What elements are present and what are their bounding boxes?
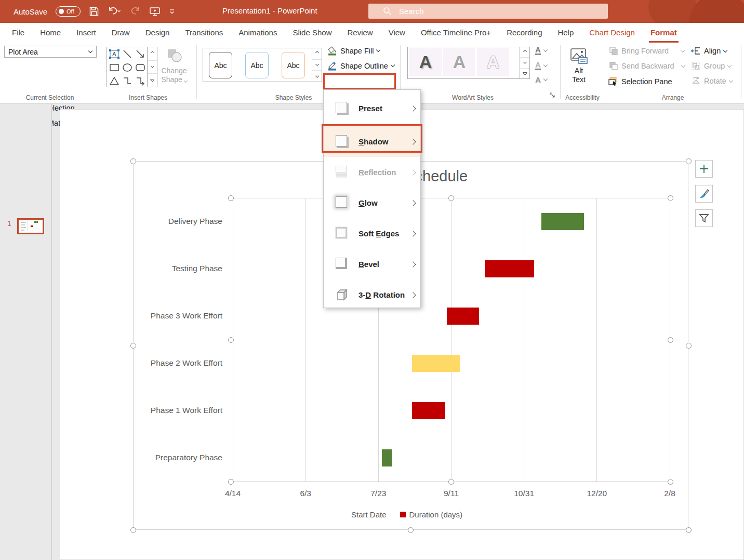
shape-style-preset-1[interactable]: Abc xyxy=(209,52,232,78)
selection-handle[interactable] xyxy=(130,158,136,164)
shape-outline-button[interactable]: Shape Outline xyxy=(327,61,394,71)
chart-legend[interactable]: Start Date Duration (days) xyxy=(351,510,462,519)
tab-format[interactable]: Format xyxy=(643,23,685,43)
tab-animations[interactable]: Animations xyxy=(231,23,285,43)
gantt-bar[interactable] xyxy=(485,260,534,277)
tab-design[interactable]: Design xyxy=(138,23,178,43)
wordart-scroll-down-button[interactable] xyxy=(520,58,529,68)
legend-item-start-date: Start Date xyxy=(351,510,387,519)
menu-item-glow[interactable]: Glow xyxy=(324,188,420,218)
tab-slide-show[interactable]: Slide Show xyxy=(285,23,339,43)
shape-outline-icon xyxy=(327,61,337,71)
save-icon[interactable] xyxy=(89,6,99,17)
shapes-more-button[interactable] xyxy=(148,74,157,87)
tab-transitions[interactable]: Transitions xyxy=(177,23,231,43)
text-effects-button[interactable]: A xyxy=(535,76,547,84)
shape-style-preset-2[interactable]: Abc xyxy=(245,52,269,78)
selection-handle[interactable] xyxy=(448,479,454,485)
selection-handle[interactable] xyxy=(668,337,673,343)
shape-fill-button[interactable]: Shape Fill xyxy=(327,46,380,56)
tab-file[interactable]: File xyxy=(4,23,32,43)
wordart-preset-1[interactable]: A xyxy=(409,48,442,76)
shape-style-preset-3[interactable]: Abc xyxy=(282,52,305,78)
tab-chart-design[interactable]: Chart Design xyxy=(581,23,643,43)
undo-button[interactable] xyxy=(108,6,121,17)
elbow-connector-shape-icon[interactable] xyxy=(122,75,133,87)
tab-review[interactable]: Review xyxy=(339,23,380,43)
search-placeholder: Search xyxy=(399,7,424,16)
selection-handle[interactable] xyxy=(668,479,673,485)
gantt-bar[interactable] xyxy=(382,449,391,466)
send-backward-label: Send Backward xyxy=(621,62,674,70)
rounded-rectangle-shape-icon[interactable] xyxy=(135,62,146,73)
wordart-more-button[interactable] xyxy=(520,69,529,78)
shape-styles-more-button[interactable] xyxy=(312,71,322,82)
paintbrush-icon xyxy=(698,188,710,199)
tab-draw[interactable]: Draw xyxy=(104,23,138,43)
gantt-bar[interactable] xyxy=(412,402,445,419)
selection-handle[interactable] xyxy=(228,337,234,343)
tab-recording[interactable]: Recording xyxy=(499,23,550,43)
menu-item-preset[interactable]: Preset xyxy=(324,93,420,124)
gantt-bar[interactable] xyxy=(447,308,479,325)
gantt-bar[interactable] xyxy=(541,213,583,230)
selection-handle[interactable] xyxy=(686,527,692,533)
elbow-arrow-connector-shape-icon[interactable] xyxy=(135,75,146,87)
chart-element-selector[interactable]: Plot Area xyxy=(4,46,97,58)
alt-text-button[interactable]: Alt Text xyxy=(562,48,595,84)
selection-handle[interactable] xyxy=(130,343,136,349)
preset-icon xyxy=(335,101,349,115)
tab-insert[interactable]: Insert xyxy=(69,23,104,43)
chevron-down-icon xyxy=(723,48,727,52)
gantt-bar[interactable] xyxy=(412,355,460,372)
chart-filters-button[interactable] xyxy=(695,209,713,227)
wordart-preset-3[interactable]: A xyxy=(477,48,509,76)
rectangle-shape-icon[interactable] xyxy=(109,62,120,73)
triangle-shape-icon[interactable] xyxy=(109,75,120,87)
selection-handle[interactable] xyxy=(686,158,692,164)
align-button[interactable]: Align xyxy=(691,46,727,56)
menu-item-bevel[interactable]: Bevel xyxy=(324,249,420,279)
wordart-scroll-up-button[interactable] xyxy=(520,47,529,58)
search-box[interactable]: Search xyxy=(368,4,608,19)
shapes-gallery[interactable]: A xyxy=(107,47,157,87)
wordart-dialog-launcher-icon[interactable] xyxy=(550,92,555,98)
tab-office-timeline-pro[interactable]: Office Timeline Pro+ xyxy=(413,23,499,43)
chart-styles-button[interactable] xyxy=(695,185,713,203)
line-shape-icon[interactable] xyxy=(122,48,133,60)
selection-handle[interactable] xyxy=(228,195,234,201)
wordart-preset-2[interactable]: A xyxy=(443,48,475,76)
text-fill-button[interactable]: A xyxy=(535,46,547,55)
selection-pane-button[interactable]: Selection Pane xyxy=(608,76,672,86)
slide-thumbnail[interactable] xyxy=(17,218,44,234)
shape-styles-scroll-down-button[interactable] xyxy=(312,60,322,71)
shapes-scroll-down-button[interactable] xyxy=(148,61,157,74)
menu-item-shadow[interactable]: Shadow xyxy=(324,126,420,157)
tab-home[interactable]: Home xyxy=(32,23,69,43)
start-slideshow-icon[interactable] xyxy=(149,6,161,17)
group-label-current-selection: Current Selection xyxy=(0,94,100,101)
autosave-toggle[interactable]: Off xyxy=(56,6,81,17)
text-outline-button[interactable]: A xyxy=(535,61,547,70)
selection-handle[interactable] xyxy=(228,479,234,485)
tab-view[interactable]: View xyxy=(381,23,413,43)
chart-elements-button[interactable] xyxy=(695,160,713,178)
oval-shape-icon[interactable] xyxy=(122,62,133,73)
slide-number: 1 xyxy=(7,219,11,228)
group-separator xyxy=(741,45,741,99)
shapes-scroll-up-button[interactable] xyxy=(148,47,157,61)
shape-styles-scroll-up-button[interactable] xyxy=(312,48,322,60)
menu-separator xyxy=(328,125,416,125)
selection-handle[interactable] xyxy=(130,527,136,533)
selection-handle[interactable] xyxy=(448,195,454,201)
tab-help[interactable]: Help xyxy=(550,23,582,43)
customize-qat-chevron-icon[interactable] xyxy=(169,8,175,15)
selection-handle[interactable] xyxy=(686,343,692,349)
group-label-wordart-styles: WordArt Styles xyxy=(416,94,530,101)
menu-item-3d-rotation[interactable]: 3-D Rotation xyxy=(324,279,420,310)
arrow-shape-icon[interactable] xyxy=(135,48,146,60)
selection-handle[interactable] xyxy=(408,527,414,533)
menu-item-soft-edges[interactable]: Soft Edges xyxy=(324,218,420,249)
textbox-shape-icon[interactable]: A xyxy=(109,48,120,60)
selection-handle[interactable] xyxy=(668,195,673,201)
